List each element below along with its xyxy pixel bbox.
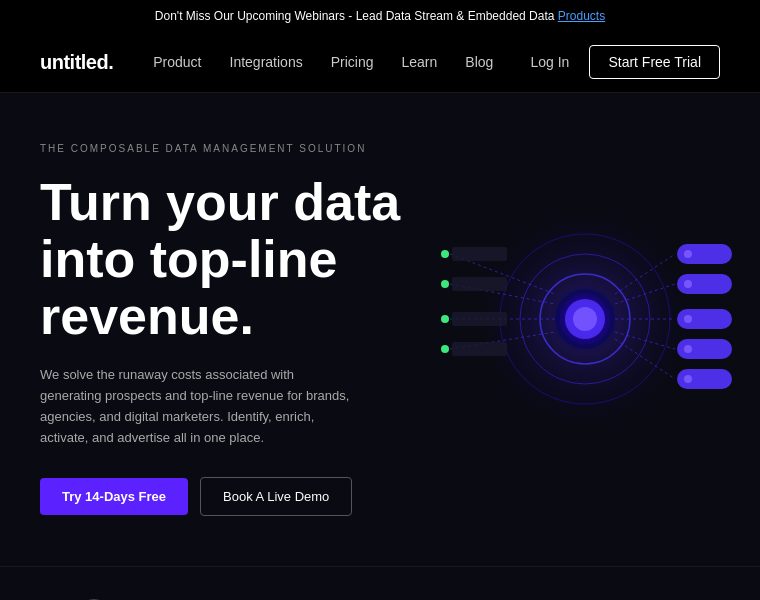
hero-subtitle: We solve the runaway costs associated wi… <box>40 365 350 448</box>
hero-content: Turn your data into top-line revenue. We… <box>40 174 720 516</box>
announcement-bar: Don't Miss Our Upcoming Webinars - Lead … <box>0 0 760 33</box>
start-free-trial-button[interactable]: Start Free Trial <box>589 45 720 79</box>
hero-badge: THE COMPOSABLE DATA MANAGEMENT SOLUTION <box>40 143 720 154</box>
nav-links: Product Integrations Pricing Learn Blog <box>153 54 530 70</box>
navbar: untitled. Product Integrations Pricing L… <box>0 33 760 93</box>
logo-subaru: SUBARU <box>63 597 125 600</box>
nav-logo[interactable]: untitled. <box>40 51 113 74</box>
announcement-link[interactable]: Products <box>558 9 605 23</box>
try-free-button[interactable]: Try 14-Days Free <box>40 478 188 515</box>
hero-buttons: Try 14-Days Free Book A Live Demo <box>40 477 720 516</box>
logos-section: SUBARU leapgroup AIRWAAY HESTAN <box>0 566 760 600</box>
nav-actions: Log In Start Free Trial <box>530 45 720 79</box>
hero-section: THE COMPOSABLE DATA MANAGEMENT SOLUTION … <box>0 93 760 566</box>
nav-item-integrations[interactable]: Integrations <box>230 54 303 70</box>
announcement-text: Don't Miss Our Upcoming Webinars - Lead … <box>155 9 605 23</box>
book-demo-button[interactable]: Book A Live Demo <box>200 477 352 516</box>
hero-title: Turn your data into top-line revenue. <box>40 174 460 346</box>
nav-item-learn[interactable]: Learn <box>401 54 437 70</box>
login-link[interactable]: Log In <box>530 54 569 70</box>
nav-item-product[interactable]: Product <box>153 54 201 70</box>
nav-item-blog[interactable]: Blog <box>465 54 493 70</box>
hero-text: Turn your data into top-line revenue. We… <box>40 174 720 516</box>
nav-item-pricing[interactable]: Pricing <box>331 54 374 70</box>
subaru-icon <box>69 597 119 600</box>
